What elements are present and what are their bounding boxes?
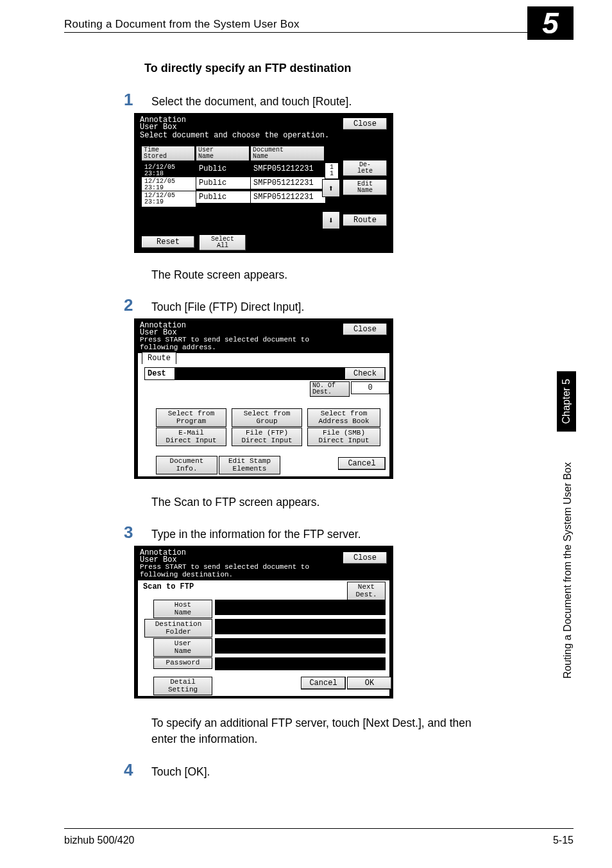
edit-name-button[interactable]: Edit Name (343, 179, 387, 196)
page-indicator: 1 1 (325, 162, 339, 179)
side-tab-title: Routing a Document from the System User … (562, 462, 574, 679)
row3-user[interactable]: Public (196, 191, 251, 204)
next-dest-button[interactable]: Next Dest. (347, 582, 386, 600)
arrow-up-icon[interactable]: ⬆ (322, 179, 340, 197)
delete-button[interactable]: De- lete (343, 160, 387, 177)
close-button[interactable]: Close (343, 117, 387, 130)
footer-model: bizhub 500/420 (64, 835, 134, 846)
running-header: Routing a Document from the System User … (64, 18, 300, 31)
step-2-number: 2 (124, 295, 133, 315)
step-4-text: Touch [OK]. (151, 765, 210, 779)
col-user-name[interactable]: User Name (196, 146, 250, 161)
s2-subtitle: Press START to send selected document to… (140, 336, 309, 351)
select-from-program-button[interactable]: Select from Program (156, 408, 226, 427)
col-doc-name[interactable]: Document Name (250, 146, 325, 161)
step-3-number: 3 (124, 523, 133, 542)
dest-label: Dest (144, 367, 175, 380)
s3-subtitle: Press START to send selected document to… (140, 563, 309, 578)
host-name-field[interactable] (215, 600, 386, 615)
no-of-dest-label: NO. Of Dest. (310, 381, 350, 397)
host-name-button[interactable]: Host Name (153, 600, 212, 618)
check-button[interactable]: Check (344, 367, 386, 380)
screenshot-route: Annotation User Box Press START to send … (134, 318, 393, 479)
step-1-text: Select the document, and touch [Route]. (151, 95, 352, 108)
user-name-button[interactable]: User Name (153, 638, 212, 657)
cancel-button-2[interactable]: Cancel (301, 677, 346, 690)
file-ftp-direct-input-button[interactable]: File (FTP) Direct Input (232, 428, 302, 446)
route-button[interactable]: Route (343, 214, 387, 227)
s1-subtitle: Select document and choose the operation… (140, 132, 329, 140)
row3-time[interactable]: 12/12/05 23:19 (141, 191, 196, 207)
step-1-caption: The Route screen appears. (151, 268, 287, 282)
row2-doc[interactable]: SMFP051212231 (250, 177, 326, 189)
arrow-down-icon[interactable]: ⬇ (322, 211, 340, 229)
detail-setting-button[interactable]: Detail Setting (153, 677, 212, 695)
header-rule (64, 32, 574, 33)
file-smb-direct-input-button[interactable]: File (SMB) Direct Input (307, 428, 380, 446)
footer-rule (64, 828, 574, 829)
scan-to-ftp-heading: Scan to FTP (143, 583, 194, 591)
close-button-3[interactable]: Close (343, 551, 387, 564)
route-tab[interactable]: Route (142, 352, 176, 364)
step-4-number: 4 (124, 760, 133, 780)
section-title: To directly specify an FTP destination (144, 62, 351, 75)
edit-stamp-elements-button[interactable]: Edit Stamp Elements (219, 456, 280, 474)
password-field[interactable] (215, 657, 386, 670)
step-2-caption: The Scan to FTP screen appears. (151, 496, 319, 509)
close-button-2[interactable]: Close (343, 323, 387, 336)
side-tab-chapter: Chapter 5 (557, 371, 576, 431)
ok-button[interactable]: OK (347, 677, 392, 690)
footer-page: 5-15 (553, 835, 574, 846)
dest-field (175, 367, 346, 380)
step-1-number: 1 (124, 90, 133, 110)
user-name-field[interactable] (215, 638, 386, 654)
select-from-group-button[interactable]: Select from Group (232, 408, 302, 427)
step-3-text: Type in the information for the FTP serv… (151, 528, 361, 541)
row3-doc[interactable]: SMFP051212231 (250, 191, 326, 204)
cancel-button[interactable]: Cancel (338, 457, 386, 470)
no-of-dest-value: 0 (351, 381, 389, 394)
document-info-button[interactable]: Document Info. (156, 456, 217, 474)
row1-user[interactable]: Public (196, 162, 251, 175)
chapter-number: 5 (527, 6, 574, 40)
screenshot-scan-to-ftp: Annotation User Box Press START to send … (134, 546, 393, 699)
screenshot-user-box: Annotation User Box Select document and … (134, 113, 393, 253)
password-button[interactable]: Password (153, 657, 212, 669)
destination-folder-field[interactable] (215, 619, 386, 634)
step-2-text: Touch [File (FTP) Direct Input]. (151, 300, 304, 314)
email-direct-input-button[interactable]: E-Mail Direct Input (156, 428, 226, 446)
row1-doc[interactable]: SMFP051212231 (250, 162, 326, 175)
step-3-caption: To specify an additional FTP server, tou… (151, 715, 491, 748)
col-time-stored[interactable]: Time Stored (141, 146, 195, 161)
reset-button[interactable]: Reset (141, 236, 195, 248)
row2-user[interactable]: Public (196, 177, 251, 189)
select-from-addressbook-button[interactable]: Select from Address Book (307, 408, 380, 427)
select-all-button[interactable]: Select All (199, 234, 246, 251)
destination-folder-button[interactable]: Destination Folder (144, 619, 212, 638)
